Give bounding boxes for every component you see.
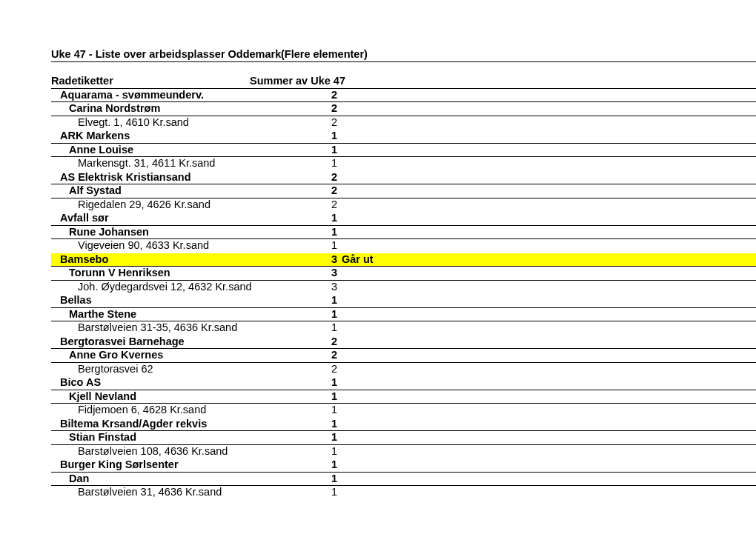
table-row: Bergtorasvei Barnehage2 [51, 336, 756, 350]
row-value: 1 [281, 144, 339, 157]
table-row: Dan1 [51, 473, 756, 487]
table-row: Markensgt. 31, 4611 Kr.sand1 [51, 157, 756, 171]
row-value: 1 [281, 239, 339, 253]
row-label: Avfall sør [51, 212, 281, 225]
row-value: 2 [281, 116, 339, 130]
row-value: 3 [281, 281, 339, 294]
table-row: Avfall sør1 [51, 212, 756, 226]
table-row: Aquarama - svømmeunderv.2 [51, 89, 756, 103]
table-row: Marthe Stene1 [51, 308, 756, 322]
row-label: Barstølveien 31-35, 4636 Kr.sand [51, 321, 281, 335]
row-value: 2 [281, 171, 339, 184]
row-value: 2 [281, 198, 339, 212]
row-label: Bamsebo [51, 253, 281, 267]
row-value: 2 [281, 184, 339, 198]
row-label: Fidjemoen 6, 4628 Kr.sand [51, 404, 281, 417]
row-label: Rigedalen 29, 4626 Kr.sand [51, 198, 281, 212]
title-label: Uke 47 - Liste over arbeidsplasser Oddem… [51, 48, 281, 61]
title-row: Uke 47 - Liste over arbeidsplasser Oddem… [51, 48, 756, 62]
row-value: 1 [281, 445, 339, 458]
row-label: Kjell Nevland [51, 390, 281, 404]
row-value: 2 [281, 89, 339, 102]
table-row: Biltema Krsand/Agder rekvis1 [51, 418, 756, 432]
row-value: 2 [281, 363, 339, 376]
row-value: 1 [281, 390, 339, 404]
document-page: Uke 47 - Liste over arbeidsplasser Oddem… [0, 0, 756, 534]
row-label: Elvegt. 1, 4610 Kr.sand [51, 116, 281, 130]
row-note: Går ut [342, 253, 431, 267]
row-value: 1 [281, 431, 339, 444]
row-label: Bico AS [51, 376, 281, 390]
table-row: Stian Finstad1 [51, 431, 756, 445]
row-value: 1 [281, 473, 339, 486]
row-label: ARK Markens [51, 130, 281, 143]
table-row: Vigeveien 90, 4633 Kr.sand1 [51, 239, 756, 253]
table-row: Bico AS1 [51, 376, 756, 390]
table-row: Bergtorasvei 622 [51, 363, 756, 377]
row-label: Rune Johansen [51, 226, 281, 239]
row-label: Aquarama - svømmeunderv. [51, 89, 281, 102]
table-row: Barstølveien 31-35, 4636 Kr.sand1 [51, 321, 756, 336]
table-row: Barstølveien 31, 4636 Kr.sand1 [51, 486, 756, 500]
row-label: Barstølveien 31, 4636 Kr.sand [51, 486, 281, 499]
row-value: 1 [281, 376, 339, 390]
row-label: Bergtorasvei 62 [51, 363, 281, 376]
row-label: Anne Gro Kvernes [51, 349, 281, 362]
row-label: Biltema Krsand/Agder rekvis [51, 418, 281, 431]
spacer [51, 62, 756, 76]
row-label: Joh. Øydegardsvei 12, 4632 Kr.sand [51, 281, 281, 294]
table-row: Anne Gro Kvernes2 [51, 349, 756, 363]
row-value: 2 [281, 102, 339, 116]
table-row: Burger King Sørlsenter1 [51, 458, 756, 473]
row-value: 1 [281, 418, 339, 431]
table-row: ARK Markens1 [51, 130, 756, 144]
title-filter: (Flere elementer) [281, 48, 339, 61]
row-value: 3 [281, 253, 339, 267]
row-label: Torunn V Henriksen [51, 267, 281, 280]
header-value: Summer av Uke 47 [250, 75, 339, 88]
row-label: Burger King Sørlsenter [51, 458, 281, 472]
header-label: Radetiketter [51, 75, 281, 88]
row-label: Dan [51, 473, 281, 486]
row-value: 2 [281, 336, 339, 349]
row-value: 1 [281, 294, 339, 307]
row-label: Barstølveien 108, 4636 Kr.sand [51, 445, 281, 458]
table-row: Rune Johansen1 [51, 226, 756, 240]
row-value: 1 [281, 212, 339, 225]
row-value: 1 [281, 157, 339, 170]
table-row: Carina Nordstrøm2 [51, 102, 756, 116]
table-row: Anne Louise1 [51, 144, 756, 158]
table-row: Torunn V Henriksen3 [51, 267, 756, 281]
row-label: Bellas [51, 294, 281, 307]
table-row: Bamsebo3Går ut [51, 253, 756, 267]
row-label: Carina Nordstrøm [51, 102, 281, 116]
table-row: Bellas1 [51, 294, 756, 308]
table-row: Alf Systad2 [51, 184, 756, 198]
row-value: 1 [281, 458, 339, 472]
table-row: AS Elektrisk Kristiansand2 [51, 171, 756, 185]
row-label: Marthe Stene [51, 308, 281, 321]
row-value: 3 [281, 267, 339, 280]
row-value: 1 [281, 486, 339, 499]
row-value: 1 [281, 308, 339, 321]
table-row: Elvegt. 1, 4610 Kr.sand2 [51, 116, 756, 130]
rows-container: Aquarama - svømmeunderv.2Carina Nordstrø… [51, 89, 756, 500]
row-label: Bergtorasvei Barnehage [51, 336, 281, 349]
table-row: Barstølveien 108, 4636 Kr.sand1 [51, 445, 756, 459]
row-value: 2 [281, 349, 339, 362]
row-label: Vigeveien 90, 4633 Kr.sand [51, 239, 281, 253]
row-label: AS Elektrisk Kristiansand [51, 171, 281, 184]
table-row: Fidjemoen 6, 4628 Kr.sand1 [51, 404, 756, 418]
row-label: Alf Systad [51, 184, 281, 198]
row-value: 1 [281, 404, 339, 417]
table-row: Kjell Nevland1 [51, 390, 756, 404]
header-row: Radetiketter Summer av Uke 47 [51, 75, 756, 89]
row-label: Markensgt. 31, 4611 Kr.sand [51, 157, 281, 170]
row-value: 1 [281, 226, 339, 239]
row-value: 1 [281, 130, 339, 143]
table-row: Rigedalen 29, 4626 Kr.sand2 [51, 198, 756, 213]
row-label: Stian Finstad [51, 431, 281, 444]
row-value: 1 [281, 321, 339, 335]
row-label: Anne Louise [51, 144, 281, 157]
table-row: Joh. Øydegardsvei 12, 4632 Kr.sand3 [51, 281, 756, 295]
